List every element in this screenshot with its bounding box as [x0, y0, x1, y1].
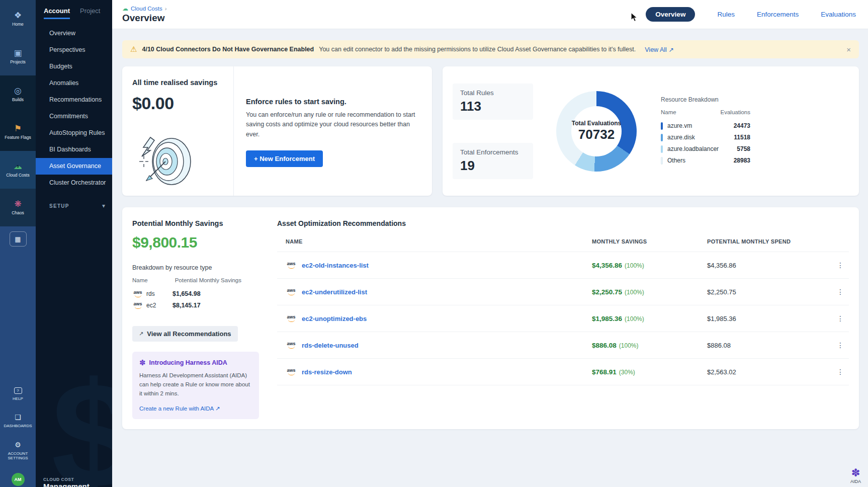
sidebar-item-recommendations[interactable]: Recommendations [36, 92, 112, 108]
all-time-savings-amount: $0.00 [132, 94, 233, 113]
aida-assistant-button[interactable]: ✽ AIDA [850, 467, 861, 484]
recommendation-link[interactable]: ec2-unoptimized-ebs [302, 315, 367, 322]
banner-close-icon[interactable]: × [846, 45, 851, 54]
help-button[interactable]: ? HELP [13, 387, 23, 401]
row-menu-icon[interactable]: ⋮ [832, 261, 849, 269]
total-enforcements-value: 19 [460, 158, 526, 174]
page-header: ☁ Cloud Costs › Overview Overview Rules … [112, 0, 868, 29]
tab-evaluations[interactable]: Evaluations [821, 11, 856, 18]
module-projects-label: Projects [9, 60, 27, 65]
breadcrumb-cloud-costs-link[interactable]: Cloud Costs [131, 6, 162, 12]
potential-savings-amount: $9,800.15 [132, 234, 259, 251]
nav-list: Overview Perspectives Budgets Anomalies … [36, 25, 112, 191]
module-cloud-costs[interactable]: ☁$ Cloud Costs [0, 151, 36, 189]
row-menu-icon[interactable]: ⋮ [832, 368, 849, 376]
legend-swatch [661, 134, 663, 141]
sidebar-item-anomalies[interactable]: Anomalies [36, 75, 112, 92]
view-all-recommendations-button[interactable]: ↗ View all Recommendations [132, 326, 238, 342]
banner-bold-text: 4/10 Cloud Connectors Do Not Have Govern… [142, 46, 314, 53]
legend-item: azure.vm 24473 [661, 120, 750, 132]
gear-icon: ⚙ [15, 441, 21, 449]
aida-flower-icon: ✽ [851, 467, 860, 478]
all-time-savings-card: All time realised savings $0.00 [122, 66, 432, 196]
aida-promo-body: Harness AI Development Assistant (AIDA) … [139, 371, 252, 398]
legend-item: azure.loadbalancer 5758 [661, 143, 750, 155]
setup-section-toggle[interactable]: SETUP ▾ [36, 202, 112, 209]
evaluations-donut: Total Evaluations 70732 [556, 91, 637, 172]
dollar-overlay: $ [17, 165, 19, 169]
recommendation-link[interactable]: ec2-old-instances-list [302, 262, 369, 269]
sidebar-item-budgets[interactable]: Budgets [36, 58, 112, 75]
table-title: Asset Optimization Recommendations [277, 219, 849, 227]
resource-type-breakdown-title: Breakdown by resource type [132, 264, 259, 271]
sidebar-item-perspectives[interactable]: Perspectives [36, 42, 112, 58]
module-chaos[interactable]: ❋ Chaos [0, 189, 36, 226]
aida-promo-title: Introducing Harness AIDA [149, 359, 227, 366]
module-cloud-costs-label: Cloud Costs [5, 173, 30, 178]
feature-flags-icon: ⚑ [14, 124, 22, 133]
legend-swatch [661, 157, 663, 165]
tab-overview[interactable]: Overview [646, 7, 695, 22]
tab-enforcements[interactable]: Enforcements [757, 11, 799, 18]
donut-center-value: 70732 [578, 127, 615, 142]
module-feature-flags[interactable]: ⚑ Feature Flags [0, 113, 36, 151]
tab-account[interactable]: Account [44, 7, 70, 19]
account-settings-button[interactable]: ⚙ ACCOUNT SETTINGS [5, 441, 32, 461]
row-menu-icon[interactable]: ⋮ [832, 341, 849, 349]
user-avatar[interactable]: AM [12, 473, 25, 486]
governance-warning-banner: ⚠ 4/10 Cloud Connectors Do Not Have Gove… [122, 40, 859, 58]
resource-breakdown-title: Resource Breakdown [661, 96, 750, 103]
product-name-line1: CLOUD COST [43, 477, 90, 482]
sidebar-item-cluster-orchestrator[interactable]: Cluster Orchestrator [36, 175, 112, 191]
sidebar-item-overview[interactable]: Overview [36, 25, 112, 42]
cloud-costs-breadcrumb-icon: ☁ [122, 5, 128, 12]
help-label: HELP [13, 396, 23, 401]
row-menu-icon[interactable]: ⋮ [832, 288, 849, 296]
breadcrumb: ☁ Cloud Costs › [122, 5, 166, 12]
chaos-icon: ❋ [14, 200, 21, 208]
aida-fab-label: AIDA [850, 479, 861, 484]
module-builds[interactable]: ◎ Builds [0, 75, 36, 113]
pm-row-ec2: awsec2 $8,145.17 [132, 299, 259, 311]
pm-col-name: Name [132, 277, 148, 283]
scope-tabs: Account Project [36, 0, 112, 19]
main-area: ☁ Cloud Costs › Overview Overview Rules … [112, 0, 868, 487]
module-switcher-button[interactable]: ▦ [10, 231, 27, 247]
new-enforcement-button[interactable]: + New Enforcement [246, 150, 323, 167]
pm-row-rds: awsrds $1,654.98 [132, 288, 259, 299]
module-chaos-label: Chaos [11, 211, 25, 216]
table-row: awsrds-delete-unused $886.08(100%) $886.… [277, 332, 849, 358]
sidebar-item-commitments[interactable]: Commitments [36, 108, 112, 125]
home-icon: ❖ [14, 11, 22, 20]
tab-project[interactable]: Project [80, 7, 100, 19]
dashboards-label: DASHBOARDS [4, 424, 32, 429]
resource-breakdown: Resource Breakdown Name Evaluations azur… [661, 96, 750, 167]
module-sidebar: ❖ Home ▣ Projects ◎ Builds ⚑ Feature Fla… [0, 0, 36, 487]
tab-rules[interactable]: Rules [717, 11, 735, 18]
recommendation-link[interactable]: rds-delete-unused [302, 342, 359, 349]
total-enforcements-stat: Total Enforcements 19 [453, 143, 533, 179]
recommendation-link[interactable]: rds-resize-down [302, 368, 352, 376]
sidebar-item-bi-dashboards[interactable]: BI Dashboards [36, 141, 112, 158]
account-settings-label: ACCOUNT SETTINGS [5, 451, 32, 461]
table-row: awsec2-underutilized-list $2,250.75(100%… [277, 278, 849, 305]
view-all-link[interactable]: View All ↗ [645, 46, 674, 53]
table-row: awsec2-old-instances-list $4,356.86(100%… [277, 252, 849, 278]
module-projects[interactable]: ▣ Projects [0, 38, 36, 75]
asset-optimization-table: Asset Optimization Recommendations NAME … [277, 219, 849, 419]
dashboards-button[interactable]: ❏ DASHBOARDS [4, 413, 32, 429]
aws-icon: aws [132, 290, 143, 297]
product-name: CLOUD COST Management [43, 477, 90, 487]
row-menu-icon[interactable]: ⋮ [832, 314, 849, 322]
module-grid-icon: ▦ [15, 235, 21, 243]
total-rules-stat: Total Rules 113 [453, 84, 533, 120]
create-rule-with-aida-link[interactable]: Create a new Rule with AIDA ↗ [139, 405, 220, 412]
cloud-costs-icon: ☁$ [14, 162, 22, 171]
sidebar-item-autostopping-rules[interactable]: AutoStopping Rules [36, 125, 112, 141]
header-tabs: Overview Rules Enforcements Evaluations [646, 7, 856, 22]
sidebar-item-asset-governance[interactable]: Asset Governance [36, 158, 112, 175]
recommendation-link[interactable]: ec2-underutilized-list [302, 288, 367, 296]
nav-sidebar: Account Project Overview Perspectives Bu… [36, 0, 112, 487]
external-link-icon: ↗ [668, 46, 673, 53]
module-home[interactable]: ❖ Home [0, 0, 36, 38]
